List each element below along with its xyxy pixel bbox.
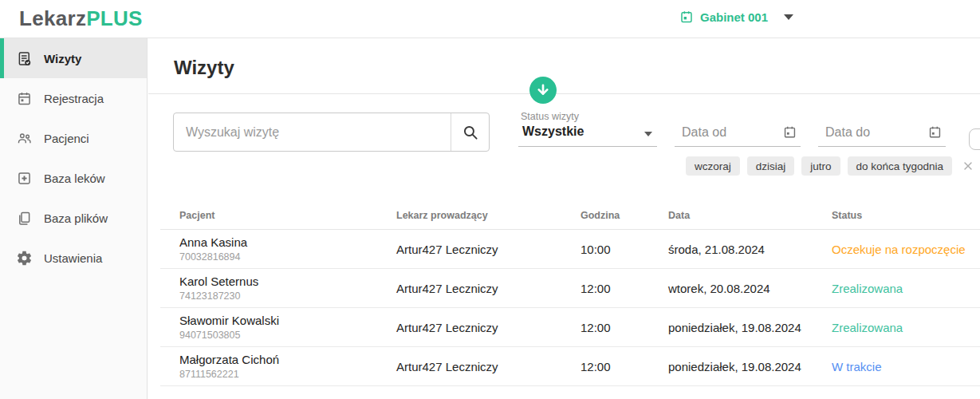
column-header-data: Data — [668, 210, 832, 221]
download-button[interactable] — [529, 77, 557, 104]
chips-list: wczorajdzisiajjutrodo końca tygodnia — [686, 156, 952, 176]
logo-part2: PLUS — [86, 6, 143, 30]
sidebar: Wizyty Rejestracja — [0, 38, 148, 399]
calendar-icon[interactable] — [927, 124, 943, 140]
patient-name: Karol Seternus — [179, 275, 396, 288]
doctor-cell: Artur427 Leczniczy — [396, 360, 581, 373]
column-header-pacjent: Pacjent — [160, 210, 396, 221]
table-row[interactable]: Wiktoria Rezerwa — [160, 386, 980, 399]
visits-table: Pacjent Lekarz prowadzący Godzina Data S… — [160, 201, 980, 399]
date-from-placeholder: Data od — [682, 125, 726, 140]
patient-name: Małgorzata Cichoń — [179, 353, 396, 366]
quick-filter-chip[interactable]: do końca tygodnia — [848, 156, 953, 176]
patient-name: Anna Kasina — [179, 235, 396, 249]
sidebar-item-label: Wizyty — [44, 52, 81, 65]
calendar-icon — [16, 90, 33, 107]
clear-filters-icon[interactable] — [962, 160, 974, 172]
truncated-edge-button[interactable] — [969, 128, 980, 150]
quick-filter-chip[interactable]: wczoraj — [686, 156, 740, 176]
quick-filter-chip[interactable]: jutro — [801, 156, 840, 176]
patient-name: Sławomir Kowalski — [179, 314, 396, 327]
status-filter-label: Status wizyty — [521, 111, 579, 122]
app-window: LekarzPLUS Gabinet 001 — [0, 0, 980, 399]
gear-icon — [16, 250, 33, 267]
patient-id: 70032816894 — [179, 251, 396, 263]
visits-icon — [16, 50, 33, 67]
date-to-placeholder: Data do — [825, 125, 870, 140]
date-to-field[interactable]: Data do — [818, 121, 946, 147]
date-cell: poniedziałek, 19.08.2024 — [668, 360, 832, 373]
arrow-down-icon — [535, 82, 551, 98]
topbar: LekarzPLUS Gabinet 001 — [0, 0, 980, 38]
status-filter-select[interactable]: Status wizyty Wszystkie — [518, 111, 657, 147]
time-cell: 12:00 — [581, 360, 668, 373]
patient-id: 87111562221 — [179, 369, 396, 381]
sidebar-item-baza-plikow[interactable]: Baza plików — [0, 198, 147, 238]
search-input[interactable] — [174, 113, 451, 151]
date-cell: poniedziałek, 19.08.2024 — [668, 321, 832, 334]
sidebar-item-ustawienia[interactable]: Ustawienia — [0, 238, 147, 278]
logo-part1: Lekarz — [19, 6, 86, 30]
status-filter-value: Wszystkie — [522, 124, 584, 139]
sidebar-item-label: Ustawienia — [44, 251, 102, 265]
patient-id: 94071503805 — [179, 330, 396, 342]
time-cell: 10:00 — [581, 243, 668, 256]
search-icon — [462, 124, 479, 141]
search-button[interactable] — [451, 113, 489, 151]
status-cell: Zrealizowana — [832, 282, 980, 295]
time-cell: 12:00 — [581, 321, 668, 334]
table-row[interactable]: Małgorzata Cichoń 87111562221 Artur427 L… — [160, 347, 980, 386]
visits-table-header: Pacjent Lekarz prowadzący Godzina Data S… — [160, 201, 980, 230]
visits-table-body: Anna Kasina 70032816894 Artur427 Lecznic… — [160, 230, 980, 399]
calendar-icon[interactable] — [782, 124, 798, 140]
sidebar-item-pacjenci[interactable]: Pacjenci — [0, 118, 147, 158]
office-selector[interactable]: Gabinet 001 — [679, 10, 793, 24]
sidebar-item-label: Baza plików — [44, 211, 108, 225]
table-row[interactable]: Sławomir Kowalski 94071503805 Artur427 L… — [160, 308, 980, 347]
sidebar-item-label: Rejestracja — [44, 92, 104, 105]
date-cell: wtorek, 20.08.2024 — [668, 282, 832, 295]
calendar-icon — [679, 10, 694, 24]
doctor-cell: Artur427 Leczniczy — [396, 282, 581, 295]
status-cell: Oczekuje na rozpoczęcie — [832, 243, 980, 256]
doctor-cell: Artur427 Leczniczy — [396, 321, 581, 334]
doctor-cell: Artur427 Leczniczy — [396, 243, 581, 256]
chevron-down-icon — [784, 14, 793, 20]
sidebar-item-wizyty[interactable]: Wizyty — [0, 38, 147, 78]
column-header-lekarz: Lekarz prowadzący — [396, 210, 581, 221]
sidebar-item-label: Pacjenci — [44, 132, 89, 145]
files-icon — [16, 210, 33, 227]
table-row[interactable]: Anna Kasina 70032816894 Artur427 Lecznic… — [160, 230, 980, 269]
page-title: Wizyty — [174, 57, 234, 79]
patient-id: 74123187230 — [179, 290, 396, 302]
quick-filter-chip[interactable]: dzisiaj — [747, 156, 795, 176]
office-label: Gabinet 001 — [700, 10, 768, 24]
visit-search — [173, 113, 490, 152]
table-row[interactable]: Karol Seternus 74123187230 Artur427 Lecz… — [160, 269, 980, 308]
status-cell: W trakcie — [832, 360, 980, 373]
title-divider — [148, 93, 980, 94]
date-cell: środa, 21.08.2024 — [668, 243, 832, 256]
app-logo: LekarzPLUS — [19, 6, 143, 31]
sidebar-item-label: Baza leków — [44, 172, 105, 185]
column-header-godzina: Godzina — [581, 210, 668, 221]
quick-filter-chips: wczorajdzisiajjutrodo końca tygodnia — [686, 156, 974, 176]
status-cell: Zrealizowana — [832, 321, 980, 334]
sidebar-item-baza-lekow[interactable]: Baza leków — [0, 158, 147, 198]
patients-icon — [16, 130, 33, 147]
chevron-down-icon — [644, 132, 652, 136]
date-from-field[interactable]: Data od — [675, 121, 801, 147]
medicine-icon — [16, 170, 33, 187]
sidebar-item-rejestracja[interactable]: Rejestracja — [0, 78, 147, 118]
column-header-status: Status — [832, 210, 980, 221]
time-cell: 12:00 — [581, 282, 668, 295]
